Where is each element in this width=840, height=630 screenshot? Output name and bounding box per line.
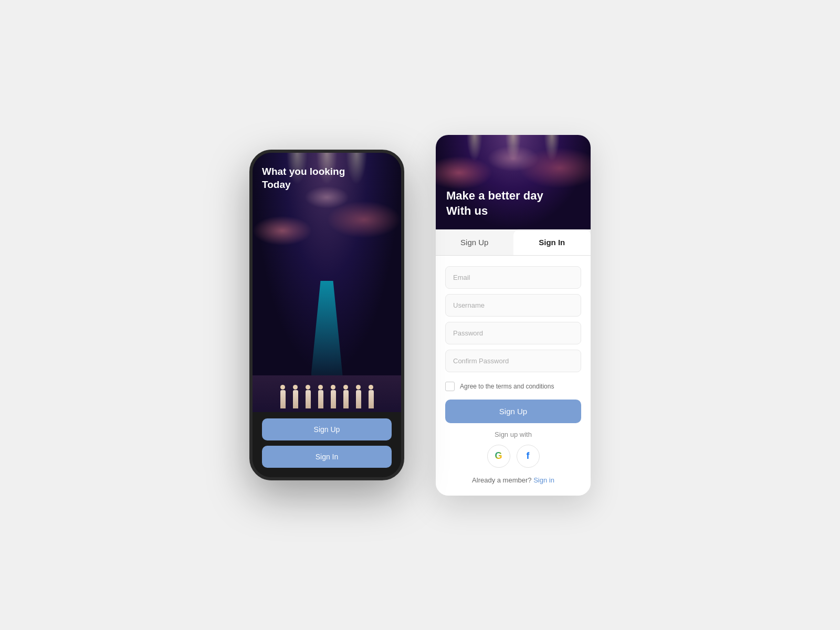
terms-row: Agree to the terms and conditions: [445, 382, 581, 391]
signup-form: Agree to the terms and conditions Sign U…: [436, 256, 591, 496]
facebook-icon: f: [527, 450, 530, 461]
phone-stage-title: What you looking Today: [262, 165, 345, 191]
confirm-password-input[interactable]: [445, 350, 581, 372]
terms-label: Agree to the terms and conditions: [460, 383, 554, 390]
phone-stage-image: What you looking Today: [253, 153, 401, 375]
already-member-text: Already a member? Sign in: [445, 476, 581, 486]
tab-signin[interactable]: Sign In: [513, 229, 591, 255]
google-icon: G: [495, 450, 502, 461]
signup-button[interactable]: Sign Up: [445, 400, 581, 423]
signin-link[interactable]: Sign in: [533, 476, 554, 484]
main-scene: What you looking Today Sign Up Sign In: [228, 93, 612, 538]
performer-8: [366, 380, 376, 408]
stage-beam: [311, 281, 343, 375]
phone-mockup: What you looking Today Sign Up Sign In: [249, 150, 404, 480]
performer-1: [278, 380, 288, 408]
facebook-signin-button[interactable]: f: [517, 445, 540, 468]
google-signin-button[interactable]: G: [487, 445, 510, 468]
performer-5: [328, 380, 339, 408]
performers-strip: [253, 375, 401, 412]
username-input[interactable]: [445, 294, 581, 317]
performer-3: [303, 380, 313, 408]
phone-buttons-area: Sign Up Sign In: [253, 412, 401, 477]
signup-with-label: Sign up with: [445, 430, 581, 438]
card-header-image: Make a better day With us: [436, 135, 591, 229]
performer-6: [341, 380, 351, 408]
terms-checkbox[interactable]: [445, 382, 455, 391]
performer-2: [290, 380, 301, 408]
tab-signup[interactable]: Sign Up: [436, 229, 513, 255]
phone-signin-button[interactable]: Sign In: [262, 446, 392, 468]
performer-4: [316, 380, 326, 408]
card-header-title: Make a better day With us: [446, 188, 543, 218]
performer-7: [353, 380, 364, 408]
phone-signup-button[interactable]: Sign Up: [262, 418, 392, 440]
email-input[interactable]: [445, 266, 581, 289]
social-buttons: G f: [445, 445, 581, 468]
signup-card: Make a better day With us Sign Up Sign I…: [436, 135, 591, 496]
card-tabs: Sign Up Sign In: [436, 229, 591, 256]
password-input[interactable]: [445, 322, 581, 344]
phone-screen: What you looking Today Sign Up Sign In: [253, 153, 401, 477]
